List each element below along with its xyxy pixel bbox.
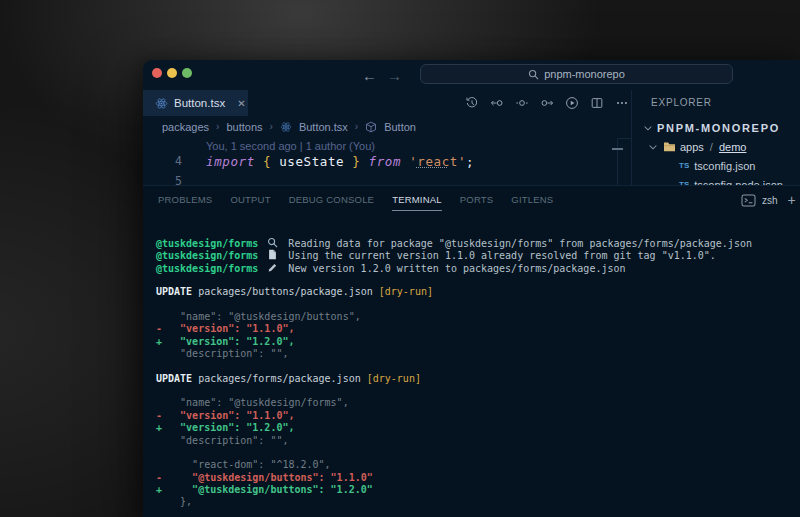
terminal-line: "name": "@tuskdesign/forms", <box>156 397 796 409</box>
terminal-line: - "version": "1.1.0", <box>156 410 796 422</box>
terminal-line: "name": "@tuskdesign/buttons", <box>156 311 796 323</box>
terminal-line: @tuskdesign/formsNew version 1.2.0 writt… <box>156 262 796 274</box>
breadcrumb-separator: › <box>355 121 358 132</box>
file-label: tsconfig.json <box>694 160 755 172</box>
terminal-line: - "version": "1.1.0", <box>156 323 796 335</box>
react-icon <box>155 97 168 110</box>
root-label: PNPM-MONOREPO <box>657 122 780 134</box>
tab-label: Button.tsx <box>174 97 225 109</box>
panel-tabs: PROBLEMS OUTPUT DEBUG CONSOLE TERMINAL P… <box>158 186 553 211</box>
breadcrumbs: packages › buttons › Button.tsx › Button <box>162 116 622 137</box>
terminal-line: + "@tuskdesign/buttons": "1.2.0" <box>156 484 796 496</box>
split-editor-icon[interactable] <box>590 96 604 110</box>
terminal-line: "description": "", <box>156 435 796 447</box>
close-tab-icon[interactable]: ✕ <box>237 98 245 109</box>
bottom-panel: PROBLEMS OUTPUT DEBUG CONSOLE TERMINAL P… <box>143 185 800 517</box>
tree-file-tsconfig-json[interactable]: TS tsconfig.json <box>632 156 800 175</box>
change-circle-icon[interactable] <box>515 96 529 110</box>
folder-path-separator: / <box>708 141 715 153</box>
overview-ruler-line-h <box>617 138 631 139</box>
terminal-icon <box>741 194 756 207</box>
code-space <box>401 154 409 169</box>
editor-actions <box>465 90 629 116</box>
titlebar: ← → pnpm-monorepo <box>143 60 800 90</box>
code-import: import <box>206 154 255 169</box>
minimize-window-button[interactable] <box>167 68 177 78</box>
back-icon[interactable]: ← <box>362 67 377 84</box>
terminal-line <box>156 274 796 286</box>
command-center-search[interactable]: pnpm-monorepo <box>420 64 733 84</box>
chevron-down-icon <box>642 122 654 134</box>
breadcrumb-separator: › <box>270 121 273 132</box>
terminal-line <box>156 299 796 311</box>
code-line-4: import { useState } from 'react'; <box>206 153 474 170</box>
shell-label: zsh <box>762 195 778 206</box>
run-icon[interactable] <box>565 96 579 110</box>
code-semicolon: ; <box>466 154 474 169</box>
terminal-line: @tuskdesign/formsReading data for packag… <box>156 237 796 249</box>
chevron-down-icon <box>647 141 659 153</box>
search-value: pnpm-monorepo <box>544 68 625 80</box>
code-usestate: useState <box>279 154 344 169</box>
explorer-sidebar: EXPLORER PNPM-MONOREPO apps/demo TS tsco… <box>631 90 800 185</box>
more-actions-icon[interactable] <box>615 96 629 110</box>
gitlens-blame-annotation: You, 1 second ago | 1 author (You) <box>206 139 375 153</box>
new-terminal-icon[interactable]: + <box>788 192 796 208</box>
breadcrumb-button-tsx[interactable]: Button.tsx <box>299 121 348 133</box>
tab-button-tsx[interactable]: Button.tsx ✕ <box>143 90 248 116</box>
code-close-brace: } <box>344 154 368 169</box>
tree-root-pnpm-monorepo[interactable]: PNPM-MONOREPO <box>632 118 800 137</box>
breadcrumb-button-symbol[interactable]: Button <box>384 121 416 133</box>
terminal-line: + "version": "1.2.0", <box>156 336 796 348</box>
terminal-line: }, <box>156 496 796 508</box>
terminal-line <box>156 360 796 372</box>
line-number-4: 4 <box>143 153 182 170</box>
forward-icon[interactable]: → <box>387 67 402 84</box>
terminal-line <box>156 447 796 459</box>
tree-folder-apps-demo[interactable]: apps/demo <box>632 137 800 156</box>
code-from: from <box>369 154 402 169</box>
next-change-icon[interactable] <box>540 96 554 110</box>
breadcrumb-separator: › <box>216 121 219 132</box>
search-icon <box>528 69 539 80</box>
editor[interactable]: 4 5 You, 1 second ago | 1 author (You) i… <box>143 137 631 185</box>
file-tree: PNPM-MONOREPO apps/demo TS tsconfig.json… <box>632 118 800 185</box>
scrollbar-thumb[interactable] <box>612 148 623 150</box>
panel-tab-gitlens[interactable]: GITLENS <box>511 186 553 211</box>
code-open-brace: { <box>255 154 279 169</box>
panel-tab-debug-console[interactable]: DEBUG CONSOLE <box>289 186 374 211</box>
traffic-lights <box>152 68 192 78</box>
panel-tab-problems[interactable]: PROBLEMS <box>158 186 212 211</box>
typescript-icon: TS <box>679 161 689 170</box>
tree-file-tsconfig-node-json[interactable]: TS tsconfig.node.json <box>632 175 800 185</box>
terminal-shell-selector[interactable]: zsh + <box>741 192 796 208</box>
history-icon[interactable] <box>465 96 479 110</box>
terminal-line <box>156 385 796 397</box>
panel-tab-terminal[interactable]: TERMINAL <box>392 186 442 211</box>
panel-tab-ports[interactable]: PORTS <box>460 186 494 211</box>
previous-change-icon[interactable] <box>490 96 504 110</box>
terminal-line: UPDATE packages/forms/package.json [dry-… <box>156 373 796 385</box>
terminal-line: @tuskdesign/formsUsing the current versi… <box>156 249 796 261</box>
overview-ruler-line-v <box>617 138 618 185</box>
terminal-line: + "version": "1.2.0", <box>156 422 796 434</box>
terminal-line: UPDATE packages/buttons/package.json [dr… <box>156 286 796 298</box>
panel-tab-output[interactable]: OUTPUT <box>230 186 270 211</box>
terminal-line: "react-dom": "^18.2.0", <box>156 459 796 471</box>
terminal-line: - "@tuskdesign/buttons": "1.1.0" <box>156 472 796 484</box>
explorer-title: EXPLORER <box>651 90 712 116</box>
symbol-cube-icon <box>365 121 377 133</box>
folder-demo-label: demo <box>719 141 747 153</box>
folder-icon <box>663 141 676 152</box>
maximize-window-button[interactable] <box>182 68 192 78</box>
folder-apps-label: apps <box>680 141 704 153</box>
terminal-content: @tuskdesign/formsReading data for packag… <box>156 237 796 509</box>
code-react-string: 'react' <box>409 154 466 169</box>
terminal-line: "description": "", <box>156 348 796 360</box>
line-number-5: 5 <box>143 173 182 185</box>
breadcrumb-buttons[interactable]: buttons <box>226 121 262 133</box>
close-window-button[interactable] <box>152 68 162 78</box>
react-icon <box>280 121 292 133</box>
pencil-icon <box>267 262 280 276</box>
breadcrumb-packages[interactable]: packages <box>162 121 209 133</box>
